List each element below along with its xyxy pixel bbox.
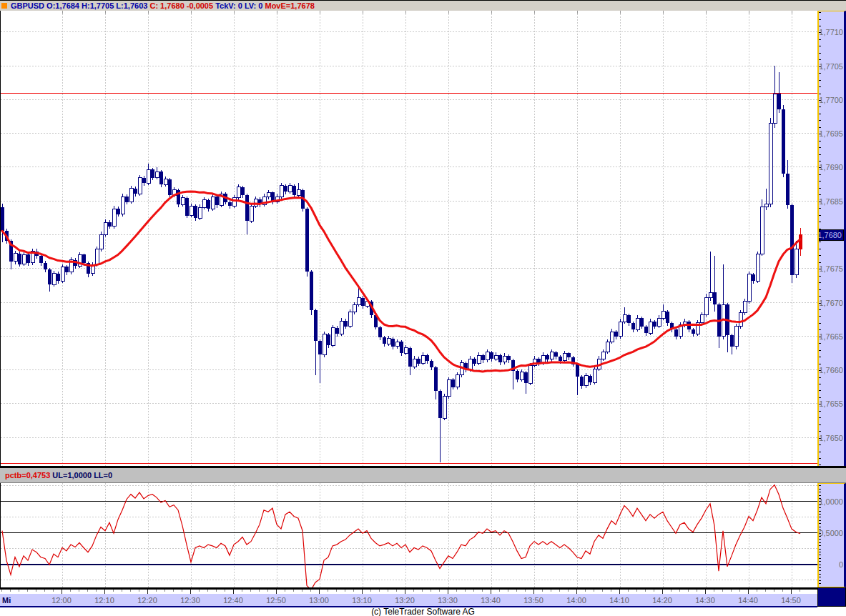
pctb-indicator-plot[interactable] bbox=[0, 483, 817, 587]
candle-body-up bbox=[756, 254, 759, 281]
indicator-axis[interactable]: 1,00000,50000 bbox=[817, 483, 846, 587]
candle-body-up bbox=[623, 315, 626, 322]
candle-body-down bbox=[117, 209, 120, 214]
time-ticks bbox=[2, 590, 800, 594]
candle-body-down bbox=[26, 254, 30, 262]
candle-body-up bbox=[773, 94, 777, 123]
candle-body-up bbox=[443, 397, 446, 418]
candle-body-up bbox=[550, 352, 554, 359]
candle-body-down bbox=[142, 178, 146, 184]
candle-body-up bbox=[456, 375, 459, 387]
candle-body-up bbox=[323, 334, 326, 354]
candle-body-down bbox=[228, 202, 232, 207]
price-axis-label: 1,7695 bbox=[819, 129, 843, 138]
time-axis-label: 14:30 bbox=[695, 596, 715, 605]
teletrader-chart-window: GBPUSD O:1,7684 H:1,7705 L:1,7603 C: 1,7… bbox=[0, 0, 846, 616]
candle-body-down bbox=[640, 318, 644, 326]
candle-body-up bbox=[112, 209, 116, 227]
main-candlestick-plot[interactable] bbox=[0, 11, 817, 466]
pctb-line bbox=[2, 485, 800, 588]
indicator-axis-label: 1,0000 bbox=[819, 497, 843, 506]
time-axis-label: 13:30 bbox=[438, 596, 458, 605]
price-axis-label: 1,7650 bbox=[819, 434, 843, 442]
price-axis[interactable]: 1,77101,77051,77001,76951,76901,76851,76… bbox=[817, 11, 846, 466]
candle-body-up bbox=[267, 192, 270, 197]
candle-body-up bbox=[601, 352, 605, 359]
candle-body-up bbox=[237, 187, 240, 198]
candle-body-up bbox=[503, 356, 506, 362]
candle-body-down bbox=[790, 205, 794, 274]
candle-body-up bbox=[421, 355, 425, 363]
current-price-tag: 1,7680 bbox=[819, 230, 844, 241]
candle-body-down bbox=[39, 256, 43, 262]
candlestick-chart[interactable] bbox=[1, 11, 818, 466]
time-axis-label: 13:00 bbox=[309, 596, 329, 605]
candle-body-up bbox=[288, 186, 292, 192]
candle-body-down bbox=[44, 263, 47, 269]
candle-body-down bbox=[567, 353, 571, 357]
candle-body-down bbox=[799, 234, 802, 249]
price-axis-scale[interactable]: 1,77101,77051,77001,76951,76901,76851,76… bbox=[819, 11, 844, 466]
candle-body-up bbox=[743, 302, 747, 313]
indicator-gridlines bbox=[1, 483, 818, 587]
candles-layer bbox=[1, 66, 802, 462]
indicator-header-bar: pctb=0,4753 UL=1,0000 LL=0 bbox=[0, 468, 846, 483]
candle-body-down bbox=[786, 174, 790, 205]
candle-body-up bbox=[181, 198, 185, 204]
candle-body-down bbox=[194, 206, 197, 218]
candle-body-down bbox=[430, 361, 433, 367]
day-label: Mi bbox=[2, 596, 11, 605]
candle-body-up bbox=[155, 172, 159, 178]
chart-type-icon bbox=[1, 3, 7, 9]
price-axis-label: 1,7675 bbox=[819, 264, 843, 273]
price-axis-label: 1,7660 bbox=[819, 366, 843, 374]
indicator-axis-scale[interactable]: 1,00000,50000 bbox=[819, 484, 844, 587]
candle-body-up bbox=[202, 200, 206, 207]
candle-body-up bbox=[147, 169, 150, 183]
candle-body-down bbox=[245, 195, 249, 221]
title-segment: MovE=1,7678 bbox=[265, 1, 314, 10]
time-axis-label: 14:00 bbox=[566, 596, 586, 605]
price-axis-label: 1,7700 bbox=[819, 96, 843, 104]
candle-body-up bbox=[297, 190, 300, 196]
candle-body-down bbox=[451, 379, 455, 387]
candle-body-down bbox=[1, 207, 4, 231]
candle-body-up bbox=[636, 318, 639, 329]
candle-body-up bbox=[348, 312, 352, 327]
candle-body-up bbox=[739, 313, 742, 327]
candle-body-up bbox=[340, 321, 343, 334]
candle-body-down bbox=[777, 94, 781, 109]
candle-body-down bbox=[378, 327, 382, 337]
price-axis-label: 1,7705 bbox=[819, 62, 843, 71]
time-axis-label: 12:20 bbox=[137, 596, 157, 605]
candle-body-up bbox=[610, 332, 614, 342]
candle-body-down bbox=[473, 359, 476, 364]
candle-body-down bbox=[546, 355, 549, 359]
candle-body-up bbox=[700, 315, 704, 323]
candle-body-up bbox=[795, 249, 798, 275]
candle-body-down bbox=[653, 322, 656, 327]
price-axis-label: 1,7655 bbox=[819, 399, 843, 408]
pctb-indicator-chart[interactable] bbox=[1, 483, 818, 587]
candle-body-up bbox=[331, 328, 335, 346]
time-axis-label: 14:40 bbox=[738, 596, 758, 605]
candle-body-down bbox=[692, 329, 695, 334]
main-gridlines bbox=[1, 11, 818, 466]
candle-body-down bbox=[559, 357, 562, 361]
candle-body-up bbox=[528, 365, 532, 383]
candle-body-down bbox=[589, 376, 592, 382]
candle-body-up bbox=[619, 322, 622, 337]
candle-body-up bbox=[764, 204, 768, 207]
candle-body-down bbox=[310, 272, 313, 310]
candle-body-down bbox=[507, 356, 511, 360]
candle-body-down bbox=[159, 172, 163, 184]
time-axis-label: 14:50 bbox=[781, 596, 801, 605]
time-axis-label: 14:20 bbox=[652, 596, 672, 605]
candle-body-up bbox=[95, 249, 99, 265]
time-axis-label: 13:10 bbox=[352, 596, 372, 605]
candle-body-up bbox=[129, 189, 133, 202]
candle-body-down bbox=[344, 321, 348, 327]
time-axis-label: 12:10 bbox=[94, 596, 114, 605]
candle-body-up bbox=[563, 353, 566, 360]
candle-body-up bbox=[353, 304, 356, 312]
